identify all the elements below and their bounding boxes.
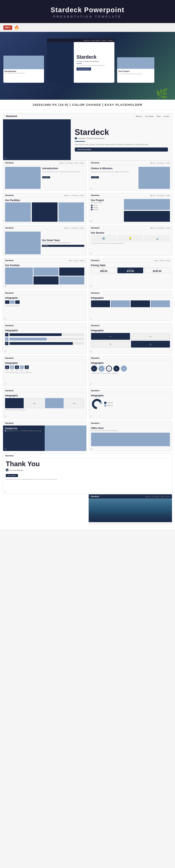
slide3-body: Vision & Mission Lorem ipsum dolor sit a…: [89, 165, 172, 191]
portfolio-main-img: [5, 268, 33, 284]
slide6-btn[interactable]: Learn More: [42, 245, 84, 247]
slide15-desc: Lorem ipsum dolor sit amet consectetur a…: [91, 373, 170, 374]
slide19-body: Office Hour Lorem ipsum dolor sit amet, …: [89, 426, 172, 451]
slide6-image: [5, 232, 41, 254]
arrow-3: →: [15, 300, 20, 304]
slide2-nav3: Client: [74, 162, 78, 164]
mini-intro-text: Lorem ipsum dolor sit amet consectetur: [4, 73, 43, 74]
slide5-body: Our Project Lorem ipsum dolor sit Item O…: [89, 198, 172, 223]
slide-vision-mission: Stardeck About us Our Project Contact Vi…: [89, 160, 173, 191]
slide3-content: Vision & Mission Lorem ipsum dolor sit a…: [91, 167, 137, 189]
slide6-text: Lorem ipsum dolor sit amet consectetur a…: [42, 242, 84, 244]
slide1-btn[interactable]: Read Presentation: [75, 147, 168, 152]
slide-project: Stardeck About us Our Project Contact Ou…: [89, 193, 173, 223]
slide3-image: [138, 167, 170, 189]
slide7-title: Our Service: [91, 232, 170, 234]
slide14-title: Infographic: [5, 362, 84, 364]
slide6-body: Our Great Team Lorem ipsum dolor sit ame…: [3, 230, 86, 256]
slide13-number: 13: [90, 350, 92, 352]
pricing-basic-price: $50.00: [92, 270, 116, 272]
ppt-badge: PPT: [3, 25, 12, 30]
step-num-3: 03: [15, 366, 19, 369]
slide-row-12-13: Stardeck Infographic 1 2 3: [3, 323, 172, 354]
nav-contact: Contact: [163, 115, 169, 117]
slide5-brand: Stardeck: [91, 194, 100, 196]
laptop-left-panel: [47, 42, 74, 83]
hero-section: Introduction Lorem ipsum dolor sit amet …: [0, 32, 175, 100]
slide21-nav: Stardeck About us Our Project Client Con…: [89, 494, 172, 498]
slide4-number: 04: [4, 220, 6, 222]
slide1-dot: [75, 137, 77, 139]
slide15-body: Infographic 01 02 03 04 05 Lorem ipsum d…: [89, 360, 172, 386]
slide12-brand: Stardeck: [5, 324, 14, 327]
slide18-right-img: [45, 426, 86, 451]
slide18-text: 📧 email@stardeck.com 📞 +1 234 567 890 📍 …: [5, 430, 43, 432]
slide20-brand: Stardeck: [5, 455, 14, 457]
slide-introduction: Stardeck About us Our Project Client Con…: [3, 160, 87, 191]
slide20-nav: Stardeck: [3, 454, 172, 458]
slide17-content: Category A Category B: [91, 398, 170, 410]
slide6-nav-links: About us Our Project Contact: [65, 227, 84, 229]
sproj-item-2: Item Two: [91, 207, 123, 208]
slide2-nav1: About us: [60, 162, 65, 164]
slide20-desc: Lorem ipsum dolor sit amet, consectetur …: [6, 479, 169, 480]
slide6-nav: Stardeck About us Our Project Contact: [3, 226, 86, 230]
slide-row-4-5: Stardeck About us Our Project Contact Ou…: [3, 193, 172, 223]
slide5-right: [124, 199, 170, 222]
slide9-body: Pricing Table Basic $50.00 Premium $75.0…: [89, 263, 172, 288]
pricing-pro-price: $100.00: [145, 270, 169, 272]
slide5-nav-links: About us Our Project Contact: [150, 195, 170, 196]
slide3-btn[interactable]: Learn More: [91, 176, 99, 178]
slide21-number: 21: [90, 521, 92, 523]
sproj-img-1: [124, 199, 170, 210]
slide18-left: Contact Us 📧 email@stardeck.com 📞 +1 234…: [3, 426, 45, 451]
slide4-images: [5, 202, 84, 222]
grid-item-1: 01: [91, 333, 130, 340]
slide1-title: Stardeck: [75, 128, 168, 136]
slide17-number: 17: [90, 415, 92, 417]
slide1-brand: Stardeck: [6, 115, 17, 118]
slide2-btn[interactable]: Learn More: [42, 176, 50, 178]
slide15-brand: Stardeck: [91, 357, 100, 359]
slide10-text: Lorem ipsum dolor sit amet: [5, 305, 84, 307]
slide4-title: Our Facilities: [5, 199, 84, 201]
slide1-body: Stardeck Company Profile Presentation Lo…: [3, 119, 172, 160]
nav-client: Client: [156, 115, 161, 117]
slide2-nav: Stardeck About us Our Project Client Con…: [3, 161, 86, 165]
slide20-btn[interactable]: End of Slides: [6, 474, 18, 477]
slide3-number: 03: [90, 188, 92, 190]
laptop-cta-btn[interactable]: Read Presentation: [76, 67, 91, 71]
slide-row-8-9: Stardeck About Project Contact Our Portf…: [3, 258, 172, 289]
slide7-icons: ⚙️ 💡 📊: [91, 235, 170, 242]
ppt-badge-row: PPT 🔥: [0, 23, 175, 32]
plant-decoration: 🌿: [156, 88, 168, 100]
slide13-brand: Stardeck: [91, 324, 100, 327]
info-bar-1: [9, 333, 84, 336]
thanks-dot-icon: ◉: [6, 469, 8, 471]
slide9-nav: Stardeck About Project Contact: [89, 258, 172, 263]
slide2-content: Introduction Lorem ipsum dolor sit amet …: [42, 167, 84, 189]
slide-office-hour: Stardeck Office Hour Lorem ipsum dolor s…: [89, 421, 173, 451]
slide18-body: Contact Us 📧 email@stardeck.com 📞 +1 234…: [3, 426, 86, 451]
slide15-nav: Stardeck: [89, 356, 172, 360]
step-5: 05 Step: [25, 366, 29, 371]
slide-infographic-8: Stardeck Infographic Category A: [89, 388, 173, 419]
city-gradient: [89, 510, 172, 522]
slide19-text: Lorem ipsum dolor sit amet, consectetur …: [91, 430, 170, 432]
legend-text-2: Category B: [107, 405, 113, 406]
info-list-3: 3: [5, 342, 84, 345]
slide7-number: 07: [90, 253, 92, 255]
slide8-images: [5, 268, 84, 284]
donut-svg: [91, 398, 103, 410]
step-text-4: Step: [21, 370, 23, 371]
mini-right-text: Lorem ipsum dolor sit amet consectetur: [118, 73, 153, 75]
slide14-brand: Stardeck: [5, 357, 14, 359]
slide11-brand: Stardeck: [91, 292, 100, 294]
slide10-arrows: → → →: [5, 300, 84, 304]
slide19-image: [91, 433, 170, 446]
info-num-2: 2: [5, 337, 8, 341]
slide1-number: 01: [4, 157, 6, 159]
slide3-brand: Stardeck: [91, 162, 100, 164]
slide1-desc: Lorem ipsum dolor sit amet, consectetur …: [75, 143, 168, 146]
slide4-nav: Stardeck About us Our Project Contact: [3, 193, 86, 198]
